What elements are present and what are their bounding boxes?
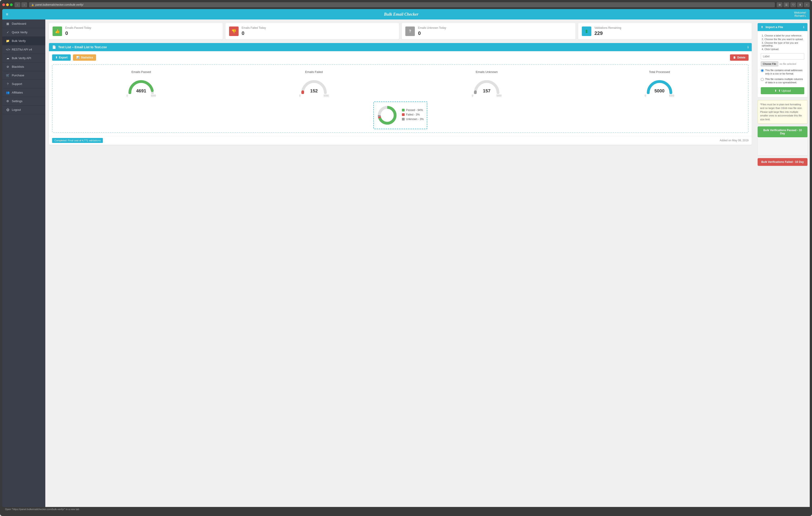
stat-failed-value: 0 — [242, 30, 266, 36]
sidebar-item-settings[interactable]: ⚙ Settings — [2, 97, 45, 105]
gauge-total-value: 5000 — [655, 88, 665, 94]
support-icon: ? — [6, 82, 9, 86]
sidebar-item-quick-verify[interactable]: ✓ Quick Verify — [2, 28, 45, 37]
donut-chart — [377, 105, 397, 125]
bulk-fail-area: Bulk Verifications Failed - 10 Day — [758, 158, 808, 166]
upload-icon: ⬆ — [774, 89, 777, 92]
stat-validations-label: Validations Remaining — [594, 26, 621, 29]
traffic-light-green[interactable] — [10, 3, 13, 6]
forward-button[interactable]: › — [21, 2, 27, 7]
gauge-failed-value: 152 — [310, 88, 318, 94]
unknown-icon: ? — [405, 27, 415, 36]
new-tab-button[interactable]: + — [804, 2, 810, 7]
test-list-panel: 📄 Test List – Email List to Test.csv ℹ ⬆… — [49, 43, 752, 145]
panel-body: ⬆ Export 📊 Statistics 🗑 Delete — [49, 51, 752, 136]
gauge-unknown-value: 157 — [483, 88, 491, 94]
import-panel: ⬆ Import a File ℹ 1. Choose a label for … — [758, 23, 808, 97]
radio-csv-only[interactable] — [761, 69, 764, 72]
svg-point-4 — [381, 110, 393, 121]
status-badge: Completed: Final cost of 4,771 validatio… — [52, 138, 103, 143]
bulk-pass-chart — [758, 137, 808, 155]
sidebar-item-blacklists[interactable]: ⊘ Blacklists — [2, 62, 45, 71]
validations-icon: 💲 — [582, 27, 591, 36]
affiliates-icon: 👥 — [6, 91, 9, 94]
toolbar-icon-1[interactable]: ⊞ — [777, 2, 783, 7]
import-info-icon[interactable]: ℹ — [803, 25, 804, 29]
main-content: 👍 Emails Passed Today 0 👎 Emails Failed … — [45, 20, 755, 507]
legend-failed: Failed - 3% — [402, 113, 424, 116]
hamburger-menu[interactable]: ≡ — [6, 12, 8, 17]
traffic-light-yellow[interactable] — [6, 3, 9, 6]
label-input[interactable] — [761, 53, 804, 60]
import-body: 1. Choose a label for your reference. 2.… — [758, 31, 808, 97]
upload-button[interactable]: ⬆ ⬆ Upload — [761, 87, 804, 94]
sidebar-item-bulk-verify[interactable]: 📁 Bulk Verify — [2, 37, 45, 45]
stats-row: 👍 Emails Passed Today 0 👎 Emails Failed … — [49, 23, 752, 39]
legend-dot-failed — [402, 113, 405, 116]
folder-icon: 📁 — [6, 39, 9, 42]
import-steps: 1. Choose a label for your reference. 2.… — [761, 34, 804, 51]
stat-card-unknown: ? Emails Unknown Today 0 — [402, 23, 576, 39]
stats-icon: 📊 — [76, 56, 80, 59]
bulk-fail-button[interactable]: Bulk Verifications Failed - 10 Day — [758, 158, 808, 166]
settings-icon: ⚙ — [6, 99, 9, 103]
panel-header: 📄 Test List – Email List to Test.csv ℹ — [49, 43, 752, 51]
api-icon: </> — [6, 48, 9, 51]
logout-icon: ⏻ — [6, 108, 9, 112]
export-icon: ⬆ — [55, 56, 58, 59]
radio-option-1: This file contains email addresses only … — [761, 69, 804, 75]
sidebar-item-purchase[interactable]: 🛒 Purchase — [2, 71, 45, 80]
stat-unknown-label: Emails Unknown Today — [418, 26, 446, 29]
back-button[interactable]: ‹ — [14, 2, 20, 7]
sidebar-item-restful-api[interactable]: </> RESTful API v4 — [2, 45, 45, 54]
sidebar-item-dashboard[interactable]: ▦ Dashboard — [2, 20, 45, 28]
export-button[interactable]: ⬆ Export — [52, 54, 71, 61]
thumbs-down-icon: 👎 — [229, 27, 238, 36]
stat-card-validations: 💲 Validations Remaining 229 — [578, 23, 752, 39]
legend-dot-passed — [402, 109, 405, 112]
panel-title: Test List – Email List to Test.csv — [58, 45, 745, 49]
toolbar-icon-2[interactable]: ☰ — [783, 2, 789, 7]
panel-info-icon[interactable]: ℹ — [748, 45, 749, 49]
radio-multicolumn[interactable] — [761, 78, 764, 81]
delete-button[interactable]: 🗑 Delete — [730, 54, 749, 61]
toolbar-icon-4[interactable]: ⬇ — [797, 2, 803, 7]
sidebar-item-affiliates[interactable]: 👥 Affiliates — [2, 88, 45, 97]
stat-validations-value: 229 — [594, 30, 621, 36]
gauge-passed: Emails Passed 4691 — [124, 68, 158, 99]
stat-card-passed: 👍 Emails Passed Today 0 — [49, 23, 223, 39]
import-icon: ⬆ — [761, 25, 763, 29]
sidebar-item-logout[interactable]: ⏻ Logout — [2, 105, 45, 114]
added-date: Added on May 08, 2019 — [720, 139, 749, 142]
toolbar-icon-3[interactable]: 🛡 — [790, 2, 796, 7]
stat-card-failed: 👎 Emails Failed Today 0 — [226, 23, 399, 39]
url-text: panel.bulkemailchecker.com/bulk-verify/ — [35, 3, 83, 6]
statistics-button[interactable]: 📊 Statistics — [73, 54, 96, 61]
trash-icon: 🗑 — [733, 56, 736, 59]
donut-svg — [377, 105, 397, 125]
url-bar[interactable]: 🔒 panel.bulkemailchecker.com/bulk-verify… — [29, 2, 775, 7]
bulk-pass-button[interactable]: Bulk Verifications Passed - 10 Day — [758, 126, 808, 137]
gauges-section: Emails Passed 4691 — [56, 68, 745, 99]
file-icon: 📄 — [52, 45, 56, 49]
app-logo: Bulk Email Checker — [384, 12, 418, 17]
check-icon: ✓ — [6, 31, 9, 34]
donut-legend: Passed - 94% Failed - 3% U — [402, 109, 424, 122]
sidebar-item-bulk-verify-api[interactable]: ☁ Bulk Verify API — [2, 54, 45, 62]
gauge-total: Total Processed 5000 — [642, 68, 676, 99]
gauge-passed-value: 4691 — [136, 88, 146, 94]
file-name-display: no file selected — [780, 62, 796, 65]
action-bar: ⬆ Export 📊 Statistics 🗑 Delete — [52, 54, 749, 61]
legend-unknown: Unknown - 3% — [402, 118, 424, 121]
gauge-unknown: Emails Unknown 157 — [470, 68, 504, 99]
panel-footer: Completed: Final cost of 4,771 validatio… — [49, 136, 752, 145]
choose-file-button[interactable]: Choose File — [761, 61, 778, 66]
status-bottom-bar: Open "https://panel.bulkemailchecker.com… — [2, 507, 810, 512]
right-panel: ⬆ Import a File ℹ 1. Choose a label for … — [755, 20, 810, 507]
sidebar-item-support[interactable]: ? Support — [2, 80, 45, 88]
file-choose-area: Choose File no file selected — [761, 61, 804, 66]
app-header: ≡ Bulk Email Checker Welcome! Richard L — [2, 9, 810, 20]
radio-group: This file contains email addresses only … — [761, 69, 804, 85]
note-box: *Files must be in plain text formatting … — [758, 100, 808, 124]
traffic-light-red[interactable] — [2, 3, 5, 6]
